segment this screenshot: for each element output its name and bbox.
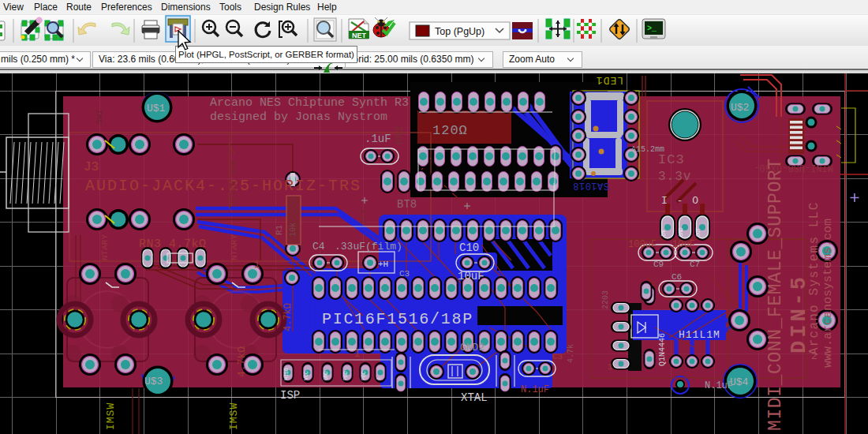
svg-text:N.1uF: N.1uF <box>521 384 549 395</box>
svg-text:VCC: VCC <box>304 371 309 380</box>
svg-text:H11L1M: H11L1M <box>679 329 720 341</box>
svg-text:.33uF(film): .33uF(film) <box>335 241 402 253</box>
svg-text:1: 1 <box>254 260 260 271</box>
svg-text:I - O: I - O <box>661 195 700 207</box>
svg-text:C9: C9 <box>653 260 664 269</box>
svg-text:BT8: BT8 <box>397 198 417 211</box>
svg-text:120Ω: 120Ω <box>432 123 468 138</box>
svg-text:GND2: GND2 <box>460 342 485 354</box>
svg-text:MIDI_CONN_FEMALE_SUPPORT: MIDI_CONN_FEMALE_SUPPORT <box>765 158 786 431</box>
svg-text:GND: GND <box>679 227 684 237</box>
svg-text:SWI: SWI <box>95 109 104 125</box>
svg-text:NET: NET <box>352 32 367 39</box>
svg-text:GND: GND <box>324 371 329 380</box>
svg-text:C6: C6 <box>672 272 682 282</box>
svg-text:AUDIO-JACK4-.25-HORIZ-TRS: AUDIO-JACK4-.25-HORIZ-TRS <box>85 177 361 195</box>
svg-text:10uF: 10uF <box>672 239 695 250</box>
svg-text:PGC: PGC <box>361 371 367 380</box>
svg-text:IMSW: IMSW <box>105 402 117 430</box>
svg-text:designed by Jonas Nystrom: designed by Jonas Nystrom <box>210 110 387 124</box>
svg-text:U$2: U$2 <box>731 102 749 114</box>
svg-text:4.7kΩ: 4.7kΩ <box>236 346 248 377</box>
svg-text:100uF: 100uF <box>628 239 657 250</box>
svg-text:IC3: IC3 <box>658 152 685 167</box>
svg-text:C10: C10 <box>459 241 479 254</box>
svg-text:>_: >_ <box>647 24 657 33</box>
svg-text:MISO: MISO <box>284 368 290 380</box>
svg-text:C4: C4 <box>312 241 325 253</box>
svg-text:RN3 4.7kΩ: RN3 4.7kΩ <box>139 238 207 251</box>
svg-text:10k: 10k <box>289 223 297 237</box>
svg-text:1: 1 <box>354 349 360 360</box>
svg-text:2203: 2203 <box>601 290 610 309</box>
svg-text:IC4: IC4 <box>358 209 368 225</box>
svg-text:OUT: OUT <box>696 227 702 237</box>
svg-text:3.3v: 3.3v <box>658 170 691 184</box>
svg-text:A15.2mm: A15.2mm <box>631 145 664 154</box>
svg-text:www.arcanosystems.com: www.arcanosystems.com <box>821 219 835 368</box>
svg-text:IMSW: IMSW <box>228 402 240 430</box>
svg-text:C7: C7 <box>690 260 700 269</box>
svg-text:Arcano Systems LLC: Arcano Systems LLC <box>807 202 821 355</box>
svg-text:R1: R1 <box>275 224 284 235</box>
svg-text:U$3: U$3 <box>144 376 163 387</box>
svg-text:NTARY: NTARY <box>230 234 239 260</box>
svg-text:C3: C3 <box>552 352 563 361</box>
svg-text:PIC16F1516/18P: PIC16F1516/18P <box>322 310 473 328</box>
svg-text:1: 1 <box>608 362 613 372</box>
svg-text:XTAL: XTAL <box>461 391 488 404</box>
svg-text:PGD: PGD <box>343 371 349 380</box>
svg-text:N.1uF: N.1uF <box>705 380 733 391</box>
svg-text:WITCH_MON: WITCH_MON <box>229 160 238 207</box>
svg-text:4.7kΩ: 4.7kΩ <box>282 303 294 331</box>
svg-text:J3: J3 <box>84 160 99 174</box>
svg-text:10uF: 10uF <box>458 270 485 282</box>
svg-text:Arcano NES Chiptune Synth R3: Arcano NES Chiptune Synth R3 <box>210 96 409 110</box>
svg-text:LED1: LED1 <box>596 74 623 86</box>
svg-text:ISP: ISP <box>280 389 300 402</box>
svg-text:4.7k: 4.7k <box>567 344 575 363</box>
svg-text:NTARY: NTARY <box>100 234 110 260</box>
svg-text:IN: IN <box>661 230 667 237</box>
svg-text:.1uF: .1uF <box>365 133 391 145</box>
svg-text:6: 6 <box>376 377 382 380</box>
svg-text:Q1N4446: Q1N4446 <box>658 333 667 366</box>
svg-text:RN2: RN2 <box>394 126 406 144</box>
svg-text:Top (PgUp): Top (PgUp) <box>435 26 485 37</box>
svg-text:SA1018: SA1018 <box>573 180 609 191</box>
svg-text:U$1: U$1 <box>147 103 166 114</box>
svg-text:+H: +H <box>378 260 388 269</box>
